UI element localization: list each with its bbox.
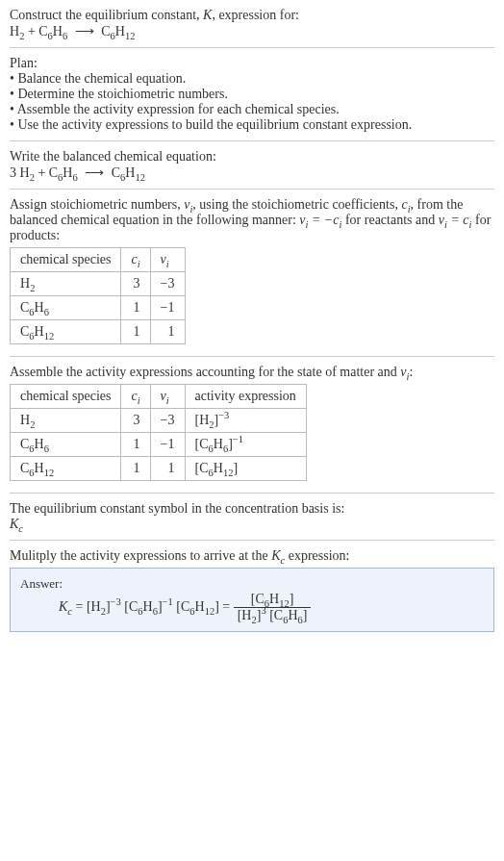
table-row: C6H12 1 1 xyxy=(11,320,186,344)
arrow-icon: ⟶ xyxy=(81,165,108,180)
nu-i: νi xyxy=(184,197,192,212)
cell-c: 1 xyxy=(121,433,150,457)
species-c6h6: C6H6 xyxy=(11,433,121,457)
cell-nu: 1 xyxy=(150,320,185,344)
prompt-section: Construct the equilibrium constant, K, e… xyxy=(10,0,494,47)
multiply-section: Mulitply the activity expressions to arr… xyxy=(10,541,494,640)
stoich-table: chemical species ci νi H2 3 −3 C6H6 1 −1… xyxy=(10,247,186,344)
plan-step-2: • Determine the stoichiometric numbers. xyxy=(10,87,494,102)
prompt-title-mid: , expression for: xyxy=(212,8,299,22)
cell-nu: −3 xyxy=(150,272,185,296)
plan-heading: Plan: xyxy=(10,56,494,71)
activity-table: chemical species ci νi activity expressi… xyxy=(10,384,307,481)
balanced-equation: 3 H2 + C6H6 ⟶ C6H12 xyxy=(10,165,494,181)
symbol-section: The equilibrium constant symbol in the c… xyxy=(10,494,494,540)
multiply-text-a: Mulitply the activity expressions to arr… xyxy=(10,548,271,563)
multiply-text: Mulitply the activity expressions to arr… xyxy=(10,548,494,564)
activity-c6h12: [C6H12] xyxy=(185,457,306,481)
col-species: chemical species xyxy=(11,385,121,409)
kc-var: Kc xyxy=(271,548,285,563)
assemble-section: Assemble the activity expressions accoun… xyxy=(10,357,494,493)
cell-c: 1 xyxy=(121,320,150,344)
table-row: H2 3 −3 xyxy=(11,272,186,296)
cell-c: 1 xyxy=(121,457,150,481)
col-ci: ci xyxy=(121,385,150,409)
c-i: ci xyxy=(401,197,410,212)
cell-c: 3 xyxy=(121,272,150,296)
col-ci: ci xyxy=(121,248,150,272)
species-h2: H2 xyxy=(11,409,121,433)
cell-nu: 1 xyxy=(150,457,185,481)
assign-section: Assign stoichiometric numbers, νi, using… xyxy=(10,190,494,356)
assign-text-a: Assign stoichiometric numbers, xyxy=(10,197,184,212)
kc-symbol: Kc xyxy=(10,517,494,532)
table-row: C6H12 1 1 [C6H12] xyxy=(11,457,307,481)
species-c6h12: C6H12 xyxy=(11,457,121,481)
activity-c6h6: [C6H6]−1 xyxy=(185,433,306,457)
table-row: C6H6 1 −1 xyxy=(11,296,186,320)
species-h2: H2 xyxy=(11,272,121,296)
col-activity: activity expression xyxy=(185,385,306,409)
cell-nu: −3 xyxy=(150,409,185,433)
k-var: K xyxy=(203,8,212,22)
multiply-text-b: expression: xyxy=(285,548,349,563)
col-nui: νi xyxy=(150,248,185,272)
species-c6h12: C6H12 xyxy=(11,320,121,344)
activity-h2: [H2]−3 xyxy=(185,409,306,433)
cell-c: 1 xyxy=(121,296,150,320)
balanced-heading: Write the balanced chemical equation: xyxy=(10,149,494,165)
col-species: chemical species xyxy=(11,248,121,272)
species-c6h6: C6H6 xyxy=(11,296,121,320)
assemble-text-a: Assemble the activity expressions accoun… xyxy=(10,365,400,379)
kc-fraction: [C6H12] [H2]3 [C6H6] xyxy=(234,592,312,623)
plan-step-1: • Balance the chemical equation. xyxy=(10,71,494,87)
table-header-row: chemical species ci νi xyxy=(11,248,186,272)
table-row: H2 3 −3 [H2]−3 xyxy=(11,409,307,433)
answer-label: Answer: xyxy=(20,576,484,592)
table-header-row: chemical species ci νi activity expressi… xyxy=(11,385,307,409)
balanced-section: Write the balanced chemical equation: 3 … xyxy=(10,141,494,189)
nu-eq-c: νi = ci xyxy=(439,213,472,227)
assemble-text-b: : xyxy=(409,365,413,379)
answer-box: Answer: Kc = [H2]−3 [C6H6]−1 [C6H12] = [… xyxy=(10,568,494,632)
col-nui: νi xyxy=(150,385,185,409)
plan-section: Plan: • Balance the chemical equation. •… xyxy=(10,48,494,140)
assign-text-b: , using the stoichiometric coefficients, xyxy=(192,197,401,212)
plan-step-3: • Assemble the activity expression for e… xyxy=(10,102,494,117)
kc-expression: Kc = [H2]−3 [C6H6]−1 [C6H12] = [C6H12] [… xyxy=(20,592,484,623)
prompt-title: Construct the equilibrium constant, K, e… xyxy=(10,8,494,23)
symbol-text: The equilibrium constant symbol in the c… xyxy=(10,501,494,517)
coef-3: 3 xyxy=(10,165,20,180)
unbalanced-equation: H2 + C6H6 ⟶ C6H12 xyxy=(10,23,494,39)
prompt-title-pre: Construct the equilibrium constant, xyxy=(10,8,203,22)
cell-nu: −1 xyxy=(150,433,185,457)
cell-nu: −1 xyxy=(150,296,185,320)
assign-text: Assign stoichiometric numbers, νi, using… xyxy=(10,197,494,243)
assemble-text: Assemble the activity expressions accoun… xyxy=(10,365,494,380)
arrow-icon: ⟶ xyxy=(71,24,98,38)
plan-step-4: • Use the activity expressions to build … xyxy=(10,117,494,133)
assign-text-d: for reactants and xyxy=(341,213,438,227)
cell-c: 3 xyxy=(121,409,150,433)
nu-eq-neg-c: νi = −ci xyxy=(299,213,341,227)
table-row: C6H6 1 −1 [C6H6]−1 xyxy=(11,433,307,457)
